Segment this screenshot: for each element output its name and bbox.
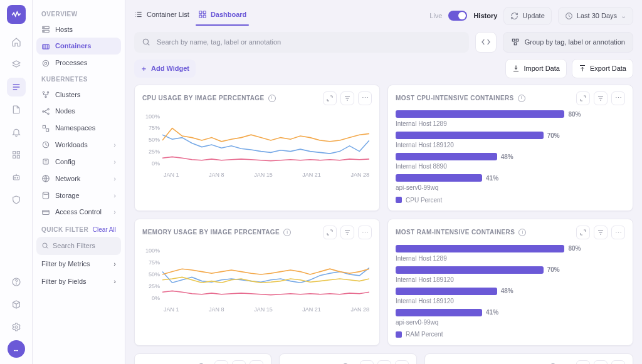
download-icon — [512, 65, 520, 72]
add-widget-button[interactable]: ＋Add Widget — [134, 60, 196, 78]
filter-by-metrics[interactable]: Filter by Metrics› — [36, 255, 121, 273]
legend-swatch — [396, 197, 402, 203]
rail-avatar[interactable] — [8, 340, 25, 358]
filter-icon[interactable] — [340, 226, 354, 239]
expand-icon[interactable] — [214, 360, 228, 364]
info-icon[interactable]: i — [283, 229, 291, 236]
info-icon[interactable]: i — [268, 95, 276, 102]
server-icon — [41, 25, 50, 34]
nav-label: Namespaces — [55, 123, 95, 133]
group-by-button[interactable]: Group by tag, label or annotation — [503, 32, 633, 53]
brand-logo[interactable] — [7, 5, 26, 24]
code-toggle[interactable] — [475, 32, 497, 53]
rail-settings-icon[interactable] — [7, 318, 26, 336]
svg-rect-31 — [43, 125, 45, 128]
tab-container-list[interactable]: Container List — [134, 6, 189, 26]
quick-filter-title: QUICK FILTER — [41, 226, 88, 234]
svg-point-25 — [43, 91, 44, 93]
nav-storage[interactable]: Storage› — [36, 187, 121, 204]
rail-grid-icon[interactable] — [7, 145, 26, 164]
more-icon[interactable]: ⋯ — [611, 226, 625, 239]
rail-robot-icon[interactable] — [7, 168, 26, 187]
svg-point-41 — [43, 243, 47, 247]
live-history-toggle[interactable] — [448, 11, 467, 21]
svg-rect-5 — [17, 152, 19, 154]
svg-rect-39 — [43, 210, 50, 214]
card-title: MOST RAM-INTENSIVE CONTAINERS — [396, 228, 515, 237]
quick-filter-search[interactable]: Search Filters — [36, 237, 121, 255]
rail-layers-icon[interactable] — [7, 55, 26, 74]
legend-label: RAM Percent — [406, 330, 443, 339]
expand-icon[interactable] — [323, 91, 337, 105]
more-icon[interactable]: ⋯ — [358, 226, 372, 239]
svg-rect-34 — [43, 159, 48, 164]
search-input[interactable]: Search by name, tag, label or annotation — [134, 32, 469, 53]
quick-filter-placeholder: Search Filters — [53, 241, 95, 251]
filter-icon[interactable] — [232, 360, 246, 364]
svg-point-27 — [45, 96, 46, 97]
filter-icon[interactable] — [340, 91, 354, 105]
content: CPU USAGE BY IMAGE PERCENTAGEi ⋯ 100%75%… — [125, 85, 642, 364]
svg-rect-4 — [13, 152, 15, 154]
nav-network[interactable]: Network› — [36, 170, 121, 187]
nav-label: Config — [55, 157, 75, 167]
svg-point-23 — [45, 62, 47, 65]
svg-point-29 — [48, 108, 49, 110]
more-icon[interactable]: ⋯ — [395, 360, 409, 364]
filter-icon[interactable] — [377, 360, 391, 364]
chevron-right-icon: › — [113, 207, 116, 217]
rail-help-icon[interactable] — [7, 273, 26, 291]
card-title: MEMORY USAGE BY IMAGE PERCENTAGE — [142, 228, 280, 237]
rail-cube-icon[interactable] — [7, 295, 26, 314]
rail-home-icon[interactable] — [7, 33, 26, 51]
nav-clusters[interactable]: Clusters — [36, 86, 121, 103]
nav-hosts[interactable]: Hosts — [36, 21, 121, 38]
more-icon[interactable]: ⋯ — [250, 360, 263, 364]
nav-label: Storage — [55, 191, 80, 200]
nav-namespaces[interactable]: Namespaces — [36, 120, 121, 137]
chevron-right-icon: › — [113, 259, 116, 269]
nav-processes[interactable]: Processes — [36, 55, 121, 71]
tab-dashboard[interactable]: Dashboard — [198, 6, 246, 26]
line-chart-mem: 100%75%50%25%0% JAN 1JAN 8JAN 15JAN 21JA… — [142, 244, 372, 313]
daterange-button[interactable]: Last 30 Days⌄ — [558, 7, 633, 25]
search-icon — [142, 38, 150, 46]
filter-icon[interactable] — [594, 226, 608, 239]
nav-config[interactable]: Config› — [36, 153, 121, 170]
expand-icon[interactable] — [323, 226, 337, 239]
nav-label: Nodes — [55, 107, 75, 116]
filter-by-fields[interactable]: Filter by Fields› — [36, 273, 121, 291]
more-icon[interactable]: ⋯ — [611, 91, 625, 105]
card-title: CPU USAGE BY IMAGE PERCENTAGE — [142, 94, 265, 103]
nav-workloads[interactable]: Workloads› — [36, 137, 121, 153]
nav-access[interactable]: Access Control› — [36, 204, 121, 221]
expand-icon[interactable] — [360, 360, 374, 364]
export-button[interactable]: Export Data — [572, 59, 633, 78]
import-button[interactable]: Import Data — [505, 59, 566, 78]
network-icon — [41, 174, 50, 183]
rail-shield-icon[interactable] — [7, 190, 26, 209]
expand-icon[interactable] — [576, 360, 590, 364]
expand-icon[interactable] — [576, 91, 590, 105]
update-button[interactable]: Update — [503, 7, 551, 25]
chevron-right-icon: › — [113, 277, 116, 286]
expand-icon[interactable] — [576, 226, 590, 239]
legend-label: CPU Percent — [406, 196, 442, 205]
svg-rect-52 — [203, 16, 206, 18]
filter-icon[interactable] — [594, 91, 608, 105]
rail-list-icon[interactable] — [7, 78, 26, 96]
svg-rect-57 — [516, 39, 518, 42]
filter-icon[interactable] — [594, 360, 608, 364]
clear-all-link[interactable]: Clear All — [93, 226, 116, 234]
nav-rail — [0, 0, 33, 364]
section-overview-title: OVERVIEW — [36, 6, 121, 21]
more-icon[interactable]: ⋯ — [611, 360, 625, 364]
more-icon[interactable]: ⋯ — [358, 91, 372, 105]
info-icon[interactable]: i — [518, 95, 525, 102]
rail-file-icon[interactable] — [7, 100, 26, 119]
container-icon — [41, 42, 50, 51]
info-icon[interactable]: i — [518, 229, 526, 236]
nav-nodes[interactable]: Nodes — [36, 103, 121, 120]
rail-bell-icon[interactable] — [7, 123, 26, 142]
nav-containers[interactable]: Containers — [36, 38, 121, 55]
